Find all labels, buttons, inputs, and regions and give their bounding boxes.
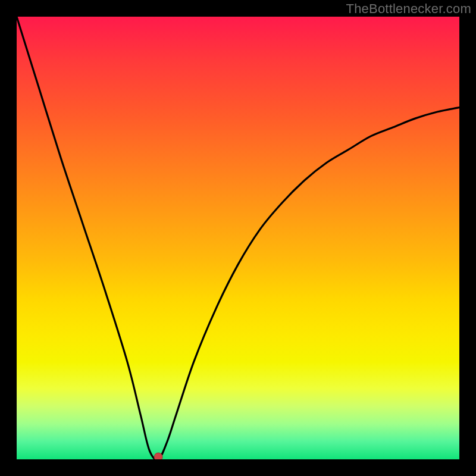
plot-area — [17, 17, 459, 459]
watermark-label: TheBottlenecker.com — [346, 1, 471, 17]
optimum-marker — [154, 453, 162, 459]
bottleneck-curve — [17, 17, 459, 459]
chart-frame: TheBottlenecker.com — [0, 0, 476, 476]
